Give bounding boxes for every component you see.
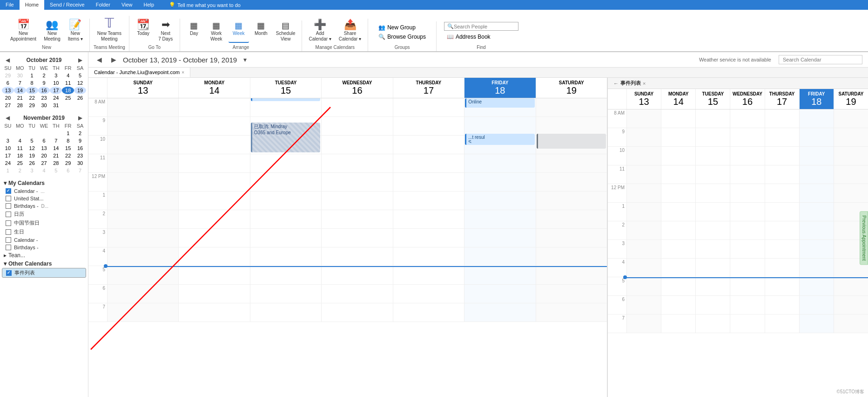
day-cell[interactable] [765,296,799,315]
day-cell[interactable] [321,136,392,154]
mini-cal-day[interactable]: 5 [50,167,62,174]
day-cell[interactable] [730,315,764,333]
address-book-button[interactable]: 📖 Address Book [444,33,518,41]
day-cell[interactable] [765,315,799,333]
day-cell[interactable] [661,165,695,184]
day-cell[interactable] [626,221,661,240]
tab-help[interactable]: Help [138,0,160,10]
calendar-item-cn[interactable]: 中国节假日 [2,219,86,227]
mini-cal-day[interactable]: 14 [14,87,26,94]
day-cell[interactable] [536,285,607,303]
day-cell[interactable] [661,184,695,203]
search-people-input[interactable] [454,24,510,29]
day-cell[interactable] [393,136,464,154]
day-cell[interactable] [250,210,321,229]
day-cell[interactable] [321,247,392,266]
day-cell[interactable] [661,277,695,296]
day-cell[interactable] [799,184,834,203]
tean-section[interactable]: ▸ Tean... [2,251,86,260]
day-cell[interactable] [393,154,464,173]
calendar-event[interactable] [251,98,320,101]
day-cell[interactable] [321,303,392,322]
day-cell[interactable] [536,192,607,210]
november-next-button[interactable]: ▶ [76,115,84,121]
mini-cal-day[interactable]: 9 [74,137,86,144]
mini-cal-day[interactable]: 6 [62,167,74,174]
mini-cal-day[interactable]: 30 [74,159,86,167]
tab-folder[interactable]: Folder [90,0,116,10]
calendar-item-shengri[interactable]: 生日 [2,227,86,236]
mini-cal-day[interactable]: 5 [26,137,38,144]
november-prev-button[interactable]: ◀ [4,115,12,121]
day-cell[interactable] [695,315,730,333]
mini-cal-day[interactable]: 20 [38,152,50,159]
day-cell[interactable] [799,221,834,240]
day-cell[interactable] [250,266,321,285]
day-cell[interactable] [765,184,799,203]
mini-cal-day[interactable]: 15 [26,87,38,94]
new-items-button[interactable]: 📝 NewItems ▾ [65,19,86,43]
mini-cal-day[interactable]: 27 [2,102,14,109]
tab-file[interactable]: File [0,0,20,10]
mini-cal-day[interactable]: 10 [2,144,14,152]
calendar-event[interactable] [537,134,606,149]
new-appointment-button[interactable]: 📅 NewAppointment [7,19,39,43]
day-cell[interactable] [695,221,730,240]
day-cell[interactable] [464,303,535,322]
day-cell[interactable] [250,154,321,173]
day-cell[interactable] [393,173,464,192]
tab-send-receive[interactable]: Send / Receive [44,0,90,10]
new-meeting-button[interactable]: 👥 NewMeeting [41,19,63,43]
day-cell[interactable] [730,277,764,296]
day-cell[interactable] [107,192,178,210]
mini-cal-day[interactable]: 8 [62,137,74,144]
mini-cal-day[interactable]: 4 [62,72,74,79]
tab-home[interactable]: Home [20,0,44,10]
day-cell[interactable] [695,110,730,128]
calendar-checkbox-calendar2[interactable] [6,237,11,243]
day-cell[interactable] [661,128,695,147]
mini-cal-day[interactable]: 13 [2,87,14,94]
day-cell[interactable] [626,315,661,333]
workweek-button[interactable]: ▦ WorkWeek [206,21,227,43]
mini-cal-day[interactable]: 14 [50,144,62,152]
day-cell[interactable] [536,154,607,173]
mini-cal-day[interactable]: 15 [62,144,74,152]
day-cell[interactable] [393,117,464,136]
calendar-event[interactable]: 已取消: Mindray O365 and Europe [251,123,320,152]
share-calendar-button[interactable]: 📤 ShareCalendar ▾ [336,19,364,43]
mini-cal-day[interactable]: 1 [2,167,14,174]
day-cell[interactable] [661,203,695,221]
day-cell[interactable] [321,117,392,136]
calendar-event[interactable]: Online [465,98,534,108]
mini-cal-day[interactable]: 9 [38,79,50,87]
day-cell[interactable] [464,285,535,303]
calendar-checkbox-birthdays[interactable] [6,203,11,209]
day-cell[interactable] [107,98,178,117]
calendar-dropdown-button[interactable]: ▾ [241,55,249,64]
calendar-checkbox-cn[interactable] [6,220,11,226]
day-cell[interactable] [536,266,607,285]
day-cell[interactable] [695,184,730,203]
day-cell[interactable] [250,285,321,303]
day-cell[interactable] [765,259,799,277]
day-cell[interactable] [178,247,249,266]
mini-cal-day[interactable]: 22 [62,152,74,159]
day-cell[interactable] [321,98,392,117]
day-cell[interactable] [536,247,607,266]
day-cell[interactable] [834,147,868,165]
day-cell[interactable] [834,165,868,184]
day-cell[interactable] [834,128,868,147]
day-cell[interactable] [393,210,464,229]
mini-cal-day[interactable]: 25 [62,94,74,102]
day-cell[interactable] [178,266,249,285]
mini-cal-day[interactable]: 23 [38,94,50,102]
day-cell[interactable] [661,296,695,315]
day-cell[interactable] [107,173,178,192]
day-cell[interactable] [626,147,661,165]
mini-cal-day[interactable]: 7 [50,137,62,144]
month-button[interactable]: ▦ Month [251,21,271,43]
day-cell[interactable] [393,229,464,247]
day-cell[interactable] [730,296,764,315]
day-cell[interactable] [765,110,799,128]
